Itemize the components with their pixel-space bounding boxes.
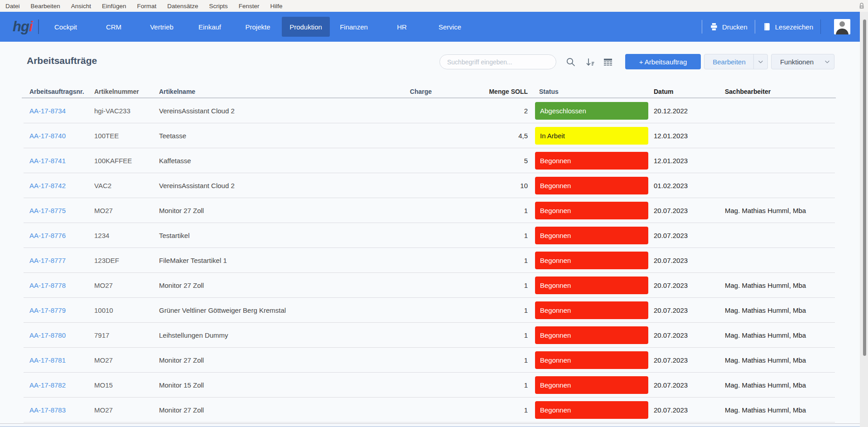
- menu-item[interactable]: Bearbeiten: [25, 3, 66, 10]
- tab-vertrieb[interactable]: Vertrieb: [138, 12, 186, 42]
- bookmark-label: Lesezeichen: [775, 23, 813, 31]
- search-icon[interactable]: [565, 57, 576, 68]
- list-view-icon[interactable]: [603, 57, 613, 68]
- status-badge: Begonnen: [535, 252, 648, 269]
- workorder-number-link[interactable]: AA-17-8776: [29, 223, 66, 248]
- date-value: 20.07.2023: [654, 198, 688, 223]
- quantity-target-value: 2: [463, 98, 528, 123]
- workorder-number-link[interactable]: AA-17-8775: [29, 198, 66, 223]
- tab-einkauf[interactable]: Einkauf: [186, 12, 234, 42]
- workorder-number-link[interactable]: AA-17-8780: [29, 323, 66, 348]
- date-value: 20.12.2022: [654, 98, 688, 123]
- clerk-value: Mag. Mathias Humml, Mba: [725, 298, 806, 323]
- workorder-number-link[interactable]: AA-17-8783: [29, 398, 66, 422]
- logo-separator: [38, 19, 39, 34]
- table-row: AA-17-877910010Grüner Veltliner Göttweig…: [0, 298, 860, 323]
- date-value: 01.02.2023: [654, 173, 688, 198]
- functions-dropdown-toggle[interactable]: [820, 54, 834, 69]
- article-name: Monitor 27 Zoll: [159, 198, 204, 223]
- column-header-charge: Charge: [361, 85, 432, 98]
- tab-hr[interactable]: HR: [378, 12, 426, 42]
- workorder-number-link[interactable]: AA-17-8779: [29, 298, 66, 323]
- tab-produktion[interactable]: Produktion: [282, 17, 330, 37]
- article-number: MO27: [94, 348, 113, 373]
- article-name: FileMaker Testartikel 1: [159, 248, 227, 273]
- printer-icon: [709, 22, 719, 31]
- print-button[interactable]: Drucken: [702, 22, 755, 31]
- column-header-status: Status: [535, 85, 648, 98]
- menu-item[interactable]: Einfügen: [96, 3, 131, 10]
- menu-item[interactable]: Hilfe: [265, 3, 288, 10]
- clerk-value: Mag. Mathias Humml, Mba: [725, 373, 806, 398]
- scrollbar-thumb[interactable]: [863, 19, 866, 356]
- workorder-number-link[interactable]: AA-17-8777: [29, 248, 66, 273]
- table-header: Arbeitsauftragsnr. Artikelnummer Artikel…: [0, 85, 860, 98]
- status-badge: Begonnen: [535, 202, 648, 219]
- column-header-nr: Arbeitsauftragsnr.: [29, 85, 84, 98]
- new-workorder-button[interactable]: + Arbeitsauftrag: [625, 54, 701, 69]
- tab-cockpit[interactable]: Cockpit: [42, 12, 90, 42]
- menubar: DateiBearbeitenAnsichtEinfügenFormatDate…: [0, 0, 868, 12]
- article-number: MO27: [94, 273, 113, 298]
- date-value: 20.07.2023: [654, 273, 688, 298]
- quantity-target-value: 1: [463, 298, 528, 323]
- workorder-number-link[interactable]: AA-17-8781: [29, 348, 66, 373]
- workorder-number-link[interactable]: AA-17-8778: [29, 273, 66, 298]
- app-logo: hgi: [13, 12, 39, 42]
- menu-item[interactable]: Datei: [0, 3, 25, 10]
- article-name: VereinsAssistant Cloud 2: [159, 173, 235, 198]
- article-number: VAC2: [94, 173, 111, 198]
- sort-descending-icon[interactable]: [584, 57, 595, 68]
- column-header-name: Artikelname: [159, 85, 195, 98]
- article-name: Monitor 15 Zoll: [159, 373, 204, 398]
- edit-button-label: Bearbeiten: [713, 58, 746, 66]
- quantity-target-value: 1: [463, 398, 528, 422]
- menu-item[interactable]: Datensätze: [162, 3, 203, 10]
- clerk-value: Mag. Mathias Humml, Mba: [725, 323, 806, 348]
- date-value: 20.07.2023: [654, 348, 688, 373]
- table-row: AA-17-8740100TEETeetasse4,5In Arbeit12.0…: [0, 123, 860, 148]
- functions-button[interactable]: Funktionen: [771, 54, 834, 69]
- tab-service[interactable]: Service: [426, 12, 474, 42]
- workorder-number-link[interactable]: AA-17-8742: [29, 173, 66, 198]
- bookmark-icon: [762, 22, 772, 31]
- scrollbar-track[interactable]: [860, 12, 868, 427]
- status-badge: Begonnen: [535, 152, 648, 170]
- status-badge: Begonnen: [535, 401, 648, 419]
- status-badge: Begonnen: [535, 351, 648, 369]
- workorder-number-link[interactable]: AA-17-8740: [29, 123, 66, 148]
- tab-finanzen[interactable]: Finanzen: [330, 12, 378, 42]
- menu-item[interactable]: Fenster: [233, 3, 265, 10]
- tab-projekte[interactable]: Projekte: [234, 12, 282, 42]
- menu-item[interactable]: Ansicht: [66, 3, 96, 10]
- lock-icon: [858, 2, 865, 10]
- edit-dropdown-toggle[interactable]: [753, 54, 767, 69]
- article-name: Monitor 27 Zoll: [159, 398, 204, 422]
- article-name: Grüner Veltliner Göttweiger Berg Kremsta…: [159, 298, 286, 323]
- edit-button[interactable]: Bearbeiten: [704, 54, 768, 69]
- article-name: Testartikel: [159, 223, 190, 248]
- search-input[interactable]: [439, 54, 556, 69]
- date-value: 20.07.2023: [654, 373, 688, 398]
- quantity-target-value: 1: [463, 273, 528, 298]
- bookmark-button[interactable]: Lesezeichen: [755, 22, 820, 31]
- workorder-number-link[interactable]: AA-17-8741: [29, 148, 66, 173]
- clerk-value: Mag. Mathias Humml, Mba: [725, 198, 806, 223]
- navbar-actions: Drucken Lesezeichen: [702, 12, 821, 42]
- app-window: DateiBearbeitenAnsichtEinfügenFormatDate…: [0, 0, 868, 427]
- menu-item[interactable]: Scripts: [203, 3, 233, 10]
- quantity-target-value: 1: [463, 348, 528, 373]
- menu-item[interactable]: Format: [131, 3, 162, 10]
- chevron-down-icon: [757, 58, 764, 65]
- page-title: Arbeitsaufträge: [27, 55, 97, 66]
- date-value: 12.01.2023: [654, 148, 688, 173]
- workorder-number-link[interactable]: AA-17-8734: [29, 98, 66, 123]
- article-number: MO27: [94, 198, 113, 223]
- tab-crm[interactable]: CRM: [90, 12, 138, 42]
- workorder-number-link[interactable]: AA-17-8782: [29, 373, 66, 398]
- table-row: AA-17-8741100KAFFEEKaffetasse5Begonnen12…: [0, 148, 860, 173]
- column-header-menge: Menge SOLL: [463, 85, 528, 98]
- status-badge: Abgeschlossen: [535, 102, 648, 120]
- quantity-target-value: 1: [463, 373, 528, 398]
- user-avatar[interactable]: [834, 19, 850, 34]
